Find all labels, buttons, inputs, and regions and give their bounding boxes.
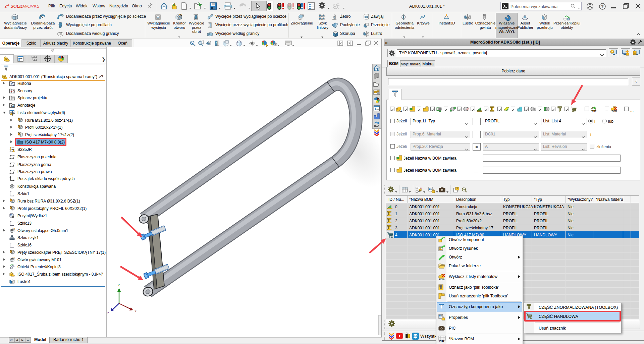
svg-text:ERP: ERP bbox=[592, 110, 597, 112]
svg-text:A: A bbox=[12, 105, 14, 108]
svg-text:SOLID: SOLID bbox=[10, 4, 24, 9]
svg-text:NR: NR bbox=[439, 339, 445, 343]
svg-text:1: 1 bbox=[400, 109, 402, 112]
svg-text:Y: Y bbox=[118, 284, 120, 287]
svg-text:WORKS: WORKS bbox=[23, 4, 39, 9]
svg-text:X: X bbox=[135, 309, 137, 313]
svg-text:BOM: BOM bbox=[612, 110, 617, 112]
svg-text:BOM: BOM bbox=[439, 278, 445, 281]
svg-text:Z: Z bbox=[107, 311, 109, 315]
svg-text:?: ? bbox=[601, 4, 604, 9]
